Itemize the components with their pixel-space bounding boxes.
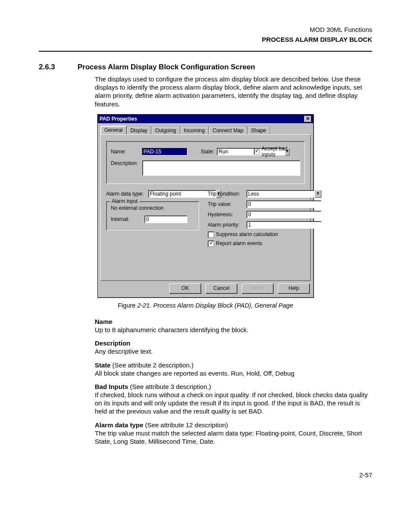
trip-condition-select[interactable] [246, 190, 314, 198]
def-state-body: All block state changes are reported as … [95, 369, 368, 377]
alarm-priority-field[interactable] [246, 221, 321, 229]
header-rule [39, 51, 372, 52]
dialog-title: PAD Properties [100, 116, 137, 122]
section-number: 2.6.3 [39, 63, 78, 72]
def-description-body: Any descriptive text. [95, 347, 368, 355]
cancel-button[interactable]: Cancel [206, 283, 237, 294]
checkbox-icon: ✓ [208, 240, 214, 247]
description-label: Description: [111, 160, 140, 166]
tab-outgoing[interactable]: Outgoing [151, 126, 180, 134]
tab-connect-map[interactable]: Connect Map [209, 126, 247, 134]
checkbox-icon: ✓ [254, 148, 260, 155]
tab-incoming[interactable]: Incoming [180, 126, 209, 134]
tab-display[interactable]: Display [127, 126, 151, 134]
section-header: PROCESS ALARM DISPLAY BLOCK [39, 36, 372, 43]
help-button[interactable]: Help [278, 283, 310, 294]
trip-value-field[interactable] [246, 200, 321, 208]
internal-label: Internal: [111, 216, 142, 222]
figure-caption: Figure 2-21. Process Alarm Display Block… [39, 302, 372, 309]
name-label: Name: [111, 149, 139, 155]
description-field[interactable] [142, 160, 300, 176]
def-name-term: Name [95, 317, 368, 326]
trip-value-label: Trip value: [208, 201, 244, 207]
no-external-connection-label: No external connection [111, 205, 194, 211]
report-alarm-events-label: Report alarm events [216, 240, 262, 246]
alarm-data-type-select[interactable] [148, 190, 216, 198]
def-badinputs-note: (See attribute 3 description.) [128, 383, 212, 390]
hysteresis-label: Hysteresis: [208, 212, 244, 218]
alarm-input-legend: Alarm input [110, 198, 140, 204]
dialog-titlebar[interactable]: PAD Properties ✕ [98, 115, 313, 123]
def-alarmdatatype-body: The trip value must match the selected a… [95, 429, 368, 445]
internal-field[interactable] [144, 215, 187, 223]
section-title: Process Alarm Display Block Configuratio… [78, 63, 255, 71]
tab-general[interactable]: General [100, 126, 127, 134]
tab-shape[interactable]: Shape [247, 126, 270, 134]
alarm-data-type-label: Alarm data type: [106, 191, 146, 197]
name-field[interactable] [142, 148, 187, 156]
dialog-button-bar: OK Cancel Apply Help [98, 283, 313, 297]
suppress-alarm-label: Suppress alarm calculation [216, 231, 278, 237]
pad-properties-dialog: PAD Properties ✕ General Display Outgoin… [97, 114, 314, 298]
def-description-term: Description [95, 339, 368, 347]
chevron-down-icon[interactable]: ▼ [314, 190, 321, 198]
alarm-priority-label: Alarm priority: [208, 222, 244, 228]
doc-title: MOD 30ML Functions [39, 26, 372, 33]
report-alarm-events-checkbox[interactable]: ✓ Report alarm events [208, 240, 321, 247]
identity-pane: Name: State: ▼ ✓ Accept bad inputs [106, 141, 305, 184]
ok-button[interactable]: OK [169, 283, 201, 294]
def-state-note: (See attribute 2 description.) [111, 361, 194, 369]
page-number: 2-57 [39, 471, 372, 479]
apply-button[interactable]: Apply [242, 283, 274, 294]
hysteresis-field[interactable] [246, 211, 321, 218]
def-alarmdatatype-note: (See attribute 12 description) [143, 421, 228, 429]
tab-panel-general: Name: State: ▼ ✓ Accept bad inputs [100, 134, 311, 281]
def-alarmdatatype-term: Alarm data type [95, 421, 143, 429]
suppress-alarm-checkbox[interactable]: Suppress alarm calculation [208, 231, 321, 238]
intro-paragraph: The displays used to configure the proce… [95, 75, 368, 108]
def-badinputs-body: If checked, block runs without a check o… [95, 391, 368, 416]
def-state-term: State [95, 361, 111, 369]
alarm-input-fieldset: Alarm input No external connection Inter… [106, 201, 199, 230]
accept-bad-inputs-label: Accept bad inputs [262, 146, 300, 158]
accept-bad-inputs-checkbox[interactable]: ✓ Accept bad inputs [254, 146, 300, 158]
tab-strip: General Display Outgoing Incoming Connec… [98, 123, 313, 134]
checkbox-icon [208, 231, 214, 238]
def-badinputs-term: Bad Inputs [95, 383, 128, 390]
close-icon[interactable]: ✕ [304, 115, 311, 122]
trip-condition-label: Trip condition: [208, 191, 244, 197]
def-name-body: Up to 8 alphanumeric characters identify… [95, 326, 368, 334]
state-label: State: [201, 149, 214, 155]
